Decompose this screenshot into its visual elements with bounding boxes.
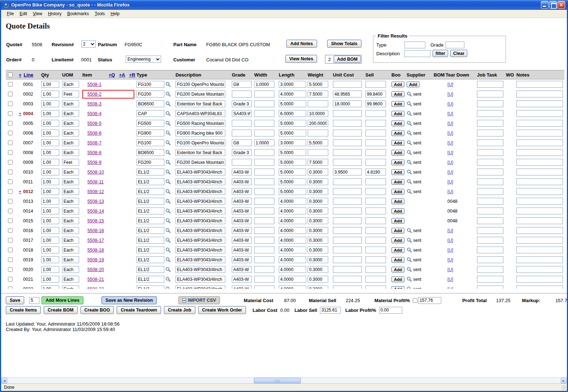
row-grade-input[interactable]: [232, 208, 252, 214]
row-description-input[interactable]: [175, 149, 225, 156]
menu-bookmarks[interactable]: Bookmarks: [64, 10, 92, 17]
row-checkbox[interactable]: [8, 121, 13, 126]
row-notes-input[interactable]: [516, 208, 563, 214]
row-qty-input[interactable]: [41, 256, 59, 263]
row-grade-input[interactable]: [232, 149, 252, 156]
row-uom-input[interactable]: [62, 169, 79, 175]
type-search-icon[interactable]: [165, 218, 171, 223]
filter-button[interactable]: filter: [433, 50, 448, 57]
row-unit-cost-input[interactable]: [333, 286, 362, 289]
row-weight-input[interactable]: [308, 81, 328, 88]
type-search-icon[interactable]: [165, 276, 171, 282]
view-notes-button[interactable]: View Notes: [285, 55, 317, 63]
row-type-input[interactable]: [136, 91, 164, 97]
supplier-search-icon[interactable]: [407, 257, 412, 262]
row-type-input[interactable]: [136, 149, 164, 156]
row-width-input[interactable]: [254, 139, 274, 146]
row-type-input[interactable]: [136, 276, 164, 283]
row-sell-input[interactable]: [365, 149, 386, 156]
row-uom-input[interactable]: [62, 91, 79, 97]
add-lines-count-input[interactable]: [29, 297, 39, 304]
row-description-input[interactable]: [175, 159, 225, 166]
row-sell-input[interactable]: [365, 169, 386, 175]
row-weight-input[interactable]: [308, 178, 328, 185]
row-weight-input[interactable]: [308, 110, 328, 117]
row-qty-input[interactable]: [41, 100, 59, 107]
row-boo-add-button[interactable]: Add: [391, 121, 404, 126]
supplier-search-icon[interactable]: [407, 121, 412, 126]
supplier-search-icon[interactable]: [407, 111, 412, 116]
row-unit-cost-input[interactable]: [333, 266, 362, 273]
row-grade-input[interactable]: [232, 130, 252, 136]
row-qty-input[interactable]: [41, 188, 59, 195]
row-type-input[interactable]: [136, 266, 164, 273]
row-job-task-input[interactable]: [477, 188, 503, 195]
row-width-input[interactable]: [254, 159, 274, 166]
row-teardown-link[interactable]: [U]: [447, 131, 453, 136]
row-description-input[interactable]: [175, 247, 225, 253]
row-length-input[interactable]: [279, 159, 306, 166]
row-weight-input[interactable]: [308, 91, 328, 97]
row-job-task-input[interactable]: [477, 217, 503, 224]
row-checkbox[interactable]: [8, 131, 13, 135]
row-weight-input[interactable]: [308, 237, 328, 244]
row-job-task-input[interactable]: [477, 169, 503, 175]
close-button[interactable]: [558, 1, 565, 9]
row-sell-input[interactable]: [365, 198, 386, 205]
supplier-search-icon[interactable]: [407, 169, 412, 175]
type-search-icon[interactable]: [165, 228, 171, 233]
row-grade-input[interactable]: [232, 227, 252, 234]
row-description-input[interactable]: [175, 188, 225, 195]
row-length-input[interactable]: [279, 149, 306, 156]
row-length-input[interactable]: [279, 208, 306, 214]
row-weight-input[interactable]: [308, 120, 328, 127]
row-grade-input[interactable]: [232, 159, 252, 166]
type-search-icon[interactable]: [165, 130, 171, 136]
row-grade-input[interactable]: [232, 139, 252, 146]
row-notes-input[interactable]: [516, 139, 563, 146]
row-job-task-input[interactable]: [477, 120, 503, 127]
row-job-task-input[interactable]: [477, 276, 503, 283]
row-unit-cost-input[interactable]: [333, 91, 362, 97]
row-job-task-input[interactable]: [477, 208, 503, 214]
row-grade-input[interactable]: [232, 178, 252, 185]
row-checkbox[interactable]: [8, 267, 13, 272]
row-weight-input[interactable]: [308, 256, 328, 263]
row-item-link[interactable]: 5508-7: [87, 140, 101, 145]
type-search-icon[interactable]: [165, 179, 171, 184]
row-qty-input[interactable]: [41, 81, 59, 88]
row-weight-input[interactable]: [308, 149, 328, 156]
row-width-input[interactable]: [254, 227, 274, 234]
row-uom-input[interactable]: [62, 130, 79, 136]
row-job-task-input[interactable]: [477, 286, 503, 289]
row-description-input[interactable]: [175, 120, 225, 127]
row-boo-add-button[interactable]: Add: [391, 276, 404, 282]
row-grade-input[interactable]: [232, 188, 252, 195]
type-search-icon[interactable]: [165, 121, 171, 126]
row-job-task-input[interactable]: [477, 91, 503, 97]
row-checkbox[interactable]: [8, 170, 13, 174]
row-uom-input[interactable]: [62, 100, 79, 107]
row-grade-input[interactable]: [232, 237, 252, 244]
type-search-icon[interactable]: [165, 101, 171, 106]
row-checkbox[interactable]: [8, 218, 13, 223]
row-checkbox[interactable]: [8, 150, 13, 155]
labor-sell-input[interactable]: [320, 307, 341, 314]
menu-file[interactable]: File: [4, 10, 17, 17]
row-type-input[interactable]: [136, 188, 164, 195]
row-width-input[interactable]: [254, 208, 274, 214]
select-all-checkbox[interactable]: [8, 73, 13, 77]
row-checkbox[interactable]: [8, 277, 13, 282]
row-job-task-input[interactable]: [477, 247, 503, 253]
row-notes-input[interactable]: [516, 159, 563, 166]
row-uom-input[interactable]: [62, 266, 79, 273]
row-description-input[interactable]: [175, 81, 225, 88]
row-uom-input[interactable]: [62, 120, 79, 127]
row-teardown-link[interactable]: [U]: [447, 179, 453, 184]
row-type-input[interactable]: [136, 130, 164, 136]
row-sell-input[interactable]: [365, 81, 386, 88]
row-type-input[interactable]: [136, 100, 164, 107]
row-length-input[interactable]: [279, 110, 306, 117]
row-description-input[interactable]: [175, 91, 225, 97]
row-length-input[interactable]: [279, 169, 306, 175]
